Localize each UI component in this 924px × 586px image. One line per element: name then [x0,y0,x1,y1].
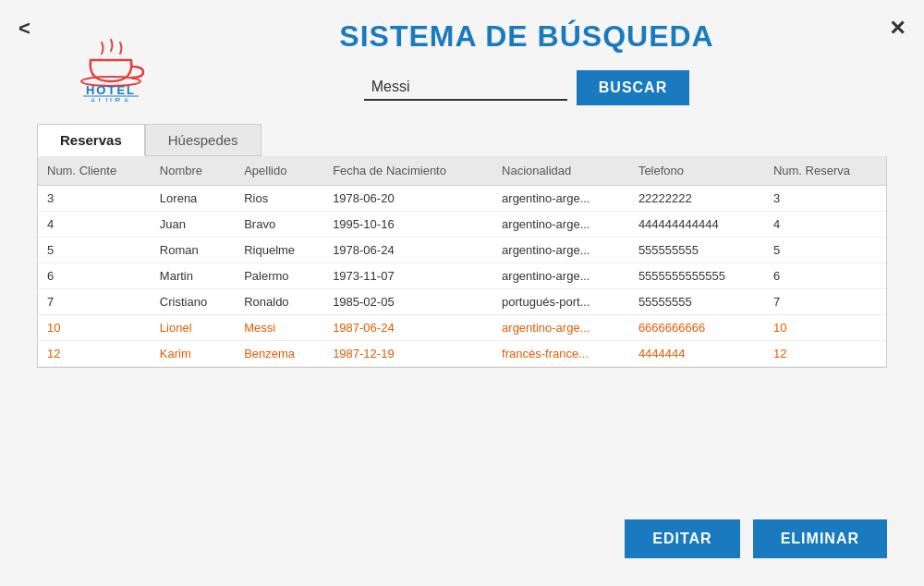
back-button[interactable]: < [18,17,30,41]
col-num-cliente: Num. Cliente [38,156,151,186]
svg-text:HOTEL: HOTEL [86,83,136,97]
table-row[interactable]: 10LionelMessi1987-06-24argentino-arge...… [38,315,886,341]
search-row: BUSCAR [364,70,689,105]
col-nombre: Nombre [151,156,235,186]
col-telefono: Telefono [629,156,764,186]
footer-buttons: EDITAR ELIMINAR [625,519,887,558]
col-num-reserva: Num. Reserva [764,156,886,186]
hotel-logo: HOTEL ALURA [55,18,166,102]
tabs-area: Reservas Húespedes [0,124,924,156]
col-nacionalidad: Nacionalidad [492,156,629,186]
delete-button[interactable]: ELIMINAR [753,519,887,558]
table-row[interactable]: 6MartinPalermo1973-11-07argentino-arge..… [38,263,886,289]
table-row[interactable]: 7CristianoRonaldo1985-02-05portugués-por… [38,289,886,315]
table-row[interactable]: 3LorenaRios1978-06-20argentino-arge...22… [38,186,886,212]
table-row[interactable]: 4JuanBravo1995-10-16argentino-arge...444… [38,212,886,238]
tab-reservas[interactable]: Reservas [37,124,145,156]
col-fecha: Fecha de Nacimiento [323,156,492,186]
title-search-area: SISTEMA DE BÚSQUEDA BUSCAR [185,19,869,105]
results-table: Num. Cliente Nombre Apellido Fecha de Na… [38,156,886,367]
tab-huespedes[interactable]: Húespedes [145,124,261,156]
page-title: SISTEMA DE BÚSQUEDA [339,19,713,54]
tabs: Reservas Húespedes [37,124,887,156]
table-header-row: Num. Cliente Nombre Apellido Fecha de Na… [38,156,886,186]
results-table-container: Num. Cliente Nombre Apellido Fecha de Na… [37,156,887,368]
search-button[interactable]: BUSCAR [577,70,689,105]
close-button[interactable]: ✕ [889,17,906,41]
table-body: 3LorenaRios1978-06-20argentino-arge...22… [38,186,886,367]
header: HOTEL ALURA SISTEMA DE BÚSQUEDA BUSCAR [0,0,924,115]
search-input[interactable] [364,75,567,101]
table-row[interactable]: 5RomanRiquelme1978-06-24argentino-arge..… [38,238,886,263]
edit-button[interactable]: EDITAR [625,519,739,558]
col-apellido: Apellido [235,156,323,186]
table-row[interactable]: 12KarimBenzema1987-12-19francés-france..… [38,341,886,367]
logo-area: HOTEL ALURA [55,18,185,105]
svg-text:ALURA: ALURA [90,96,131,102]
main-window: < ✕ HOTEL ALURA [0,0,924,586]
